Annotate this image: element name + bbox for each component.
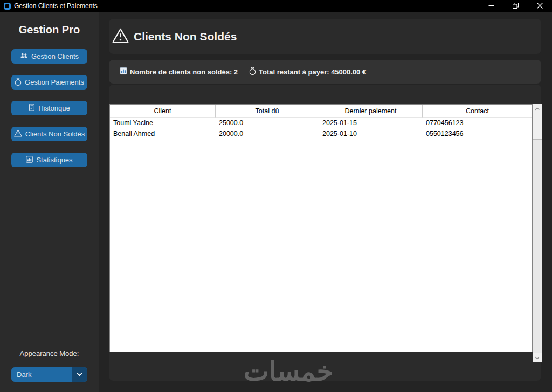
sidebar-item-historique[interactable]: Historique (11, 101, 87, 115)
warning-icon (112, 28, 129, 45)
cell-contact: 0550123456 (423, 128, 532, 139)
stat-total-restant: Total restant à payer: 45000.00 € (249, 67, 366, 77)
cell-dernier-paiement: 2025-01-15 (319, 118, 423, 128)
bar-chart-icon (120, 67, 127, 77)
stat-total-restant-text: Total restant à payer: 45000.00 € (259, 68, 366, 76)
page-header-panel: Clients Non Soldés (109, 19, 541, 54)
table-row[interactable]: Benali Ahmed 20000.0 2025-01-10 05501234… (110, 128, 532, 139)
stat-clients-count: Nombre de clients non soldés: 2 (120, 67, 238, 77)
warning-icon (14, 129, 22, 139)
sidebar: Gestion Pro Gestion Clients Gestion Paie… (0, 12, 99, 392)
stats-panel: Nombre de clients non soldés: 2 Total re… (109, 60, 541, 84)
table-row[interactable]: Toumi Yacine 25000.0 2025-01-15 07704561… (110, 118, 532, 128)
page-title: Clients Non Soldés (134, 30, 237, 43)
stat-clients-count-text: Nombre de clients non soldés: 2 (130, 68, 238, 76)
close-icon (537, 2, 543, 10)
appearance-mode-value: Dark (11, 367, 72, 382)
chevron-down-icon (72, 367, 87, 382)
table-panel: Client Total dû Dernier paiement Contact… (109, 85, 541, 381)
scroll-down-icon[interactable] (533, 353, 542, 362)
money-bag-icon (15, 78, 22, 87)
scrollbar-thumb[interactable] (533, 139, 542, 353)
appearance-mode-select[interactable]: Dark (11, 367, 87, 382)
column-header-contact[interactable]: Contact (423, 105, 532, 118)
column-header-client[interactable]: Client (110, 105, 216, 118)
table-header-row: Client Total dû Dernier paiement Contact (110, 105, 532, 118)
cell-contact: 0770456123 (423, 118, 532, 128)
titlebar: Gestion Clients et Paiements (0, 0, 552, 12)
receipt-icon (29, 104, 35, 113)
sidebar-item-label: Historique (38, 104, 70, 112)
window-title: Gestion Clients et Paiements (14, 2, 98, 10)
minimize-icon (488, 2, 494, 10)
app-logo-icon (4, 3, 11, 10)
brand-title: Gestion Pro (0, 24, 99, 36)
sidebar-item-gestion-paiements[interactable]: Gestion Paiements (11, 75, 87, 90)
window-controls (479, 0, 552, 12)
sidebar-item-statistiques[interactable]: Statistiques (11, 153, 87, 167)
maximize-restore-icon (513, 2, 519, 10)
appearance-mode-label: Appearance Mode: (0, 349, 99, 357)
minimize-button[interactable] (479, 0, 503, 12)
column-header-total-du[interactable]: Total dû (216, 105, 319, 118)
clients-table: Client Total dû Dernier paiement Contact… (109, 104, 533, 352)
cell-client: Benali Ahmed (110, 128, 216, 139)
sidebar-item-label: Statistiques (36, 156, 72, 164)
bar-chart-icon (26, 156, 33, 164)
cell-client: Toumi Yacine (110, 118, 216, 128)
close-button[interactable] (528, 0, 552, 12)
clients-icon (20, 52, 28, 60)
vertical-scrollbar[interactable] (533, 104, 542, 362)
maximize-restore-button[interactable] (503, 0, 528, 12)
cell-dernier-paiement: 2025-01-10 (319, 128, 423, 139)
sidebar-item-label: Clients Non Soldés (25, 130, 85, 138)
column-header-dernier-paiement[interactable]: Dernier paiement (319, 105, 423, 118)
cell-total-du: 20000.0 (216, 128, 319, 139)
sidebar-item-gestion-clients[interactable]: Gestion Clients (11, 49, 87, 64)
scroll-up-icon[interactable] (533, 104, 542, 113)
cell-total-du: 25000.0 (216, 118, 319, 128)
money-bag-icon (249, 67, 256, 77)
sidebar-item-clients-non-soldes[interactable]: Clients Non Soldés (11, 127, 87, 141)
sidebar-item-label: Gestion Paiements (25, 78, 84, 86)
sidebar-item-label: Gestion Clients (31, 52, 79, 60)
